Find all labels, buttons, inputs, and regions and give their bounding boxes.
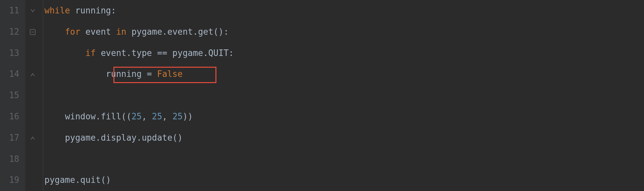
fold-close-icon[interactable] bbox=[29, 72, 36, 78]
code-line: for event in pygame.event.get(): bbox=[44, 21, 644, 43]
fold-close-icon[interactable] bbox=[29, 135, 36, 141]
fold-open-icon[interactable] bbox=[29, 8, 36, 14]
call-expression: pygame.quit() bbox=[44, 172, 111, 188]
code-line: pygame.quit() bbox=[44, 169, 644, 191]
line-number[interactable]: 11 bbox=[0, 0, 19, 21]
number-literal: 25 bbox=[152, 108, 162, 125]
call-expression: pygame.event.get() bbox=[131, 24, 224, 40]
identifier: event bbox=[85, 24, 111, 40]
line-number[interactable]: 13 bbox=[0, 43, 19, 64]
code-line-empty bbox=[44, 148, 644, 170]
line-number[interactable]: 19 bbox=[0, 169, 19, 191]
code-text-area[interactable]: while running: for event in pygame.event… bbox=[43, 0, 644, 191]
identifier: running bbox=[75, 2, 111, 19]
keyword-if: if bbox=[85, 45, 95, 61]
code-line: pygame.display.update() bbox=[44, 127, 644, 148]
line-number[interactable]: 17 bbox=[0, 127, 19, 148]
code-line: if event.type == pygame.QUIT: bbox=[44, 43, 644, 64]
comparison-expression: event.type == pygame.QUIT bbox=[101, 45, 229, 61]
code-editor: 11 12 13 14 15 16 17 18 19 while running… bbox=[0, 0, 644, 191]
line-number[interactable]: 18 bbox=[0, 148, 19, 170]
constant-false: False bbox=[157, 66, 182, 82]
fold-minus-icon[interactable] bbox=[29, 29, 36, 35]
number-literal: 25 bbox=[131, 108, 142, 125]
call-expression: window.fill(( bbox=[65, 108, 132, 125]
keyword-while: while bbox=[44, 2, 70, 19]
line-number[interactable]: 15 bbox=[0, 85, 19, 106]
code-line: running = False bbox=[44, 63, 644, 85]
code-line: while running: bbox=[44, 0, 644, 21]
line-number[interactable]: 12 bbox=[0, 21, 19, 43]
call-expression: pygame.display.update() bbox=[65, 130, 183, 146]
code-line-empty bbox=[44, 85, 644, 106]
code-line: window.fill((25, 25, 25)) bbox=[44, 106, 644, 127]
number-literal: 25 bbox=[172, 108, 182, 125]
line-number-gutter: 11 12 13 14 15 16 17 18 19 bbox=[0, 0, 25, 191]
identifier: running bbox=[106, 66, 142, 82]
fold-gutter bbox=[25, 0, 43, 191]
keyword-in: in bbox=[116, 24, 126, 40]
line-number[interactable]: 14 bbox=[0, 63, 19, 85]
keyword-for: for bbox=[65, 24, 80, 40]
line-number[interactable]: 16 bbox=[0, 106, 19, 127]
